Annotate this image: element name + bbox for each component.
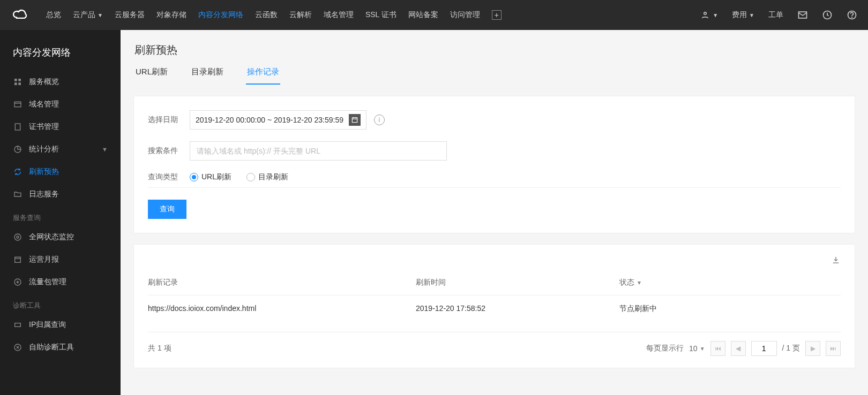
nav-dns[interactable]: 云解析: [289, 10, 312, 20]
pager-total: 共 1 项: [148, 344, 171, 353]
table-row: https://docs.ioiox.com/index.html 2019-1…: [148, 295, 841, 322]
th-time: 刷新时间: [416, 278, 619, 287]
nav-cos[interactable]: 对象存储: [156, 10, 186, 20]
date-value: 2019-12-20 00:00:00 ~ 2019-12-20 23:59:5…: [196, 116, 343, 124]
pager-total-pages: / 1 页: [782, 344, 800, 353]
svg-rect-9: [14, 102, 21, 107]
add-shortcut-button[interactable]: +: [492, 10, 502, 20]
cell-status: 节点刷新中: [619, 304, 841, 314]
clock-icon[interactable]: [822, 10, 833, 20]
sidebar-item-monitor[interactable]: 全网状态监控: [0, 226, 121, 248]
query-type-radio-group: URL刷新 目录刷新: [190, 172, 288, 182]
th-status-label: 状态: [619, 278, 634, 287]
nav-cam[interactable]: 访问管理: [450, 10, 480, 20]
account-menu[interactable]: ▼: [700, 10, 718, 20]
svg-point-13: [17, 236, 19, 238]
refresh-icon: [13, 167, 23, 177]
fee-menu[interactable]: 费用▼: [732, 10, 754, 20]
pager: 共 1 项 每页显示行 10 ▼ ⏮ ◀ / 1 页 ▶ ⏭: [148, 332, 841, 356]
wrench-icon: [13, 343, 23, 352]
query-button[interactable]: 查询: [148, 200, 186, 219]
grid-icon: [13, 77, 23, 87]
calendar-icon: [349, 114, 361, 126]
tab-url-refresh[interactable]: URL刷新: [134, 67, 169, 85]
page-size-select[interactable]: 10 ▼: [689, 344, 705, 353]
sidebar-title: 内容分发网络: [0, 41, 121, 71]
th-status[interactable]: 状态▾: [619, 278, 841, 287]
sidebar-item-overview[interactable]: 服务概览: [0, 71, 121, 93]
tab-dir-refresh[interactable]: 目录刷新: [190, 67, 225, 85]
nav-domain[interactable]: 域名管理: [324, 10, 354, 20]
info-icon[interactable]: i: [374, 115, 385, 125]
svg-rect-6: [18, 79, 21, 81]
divider: [148, 187, 841, 188]
sidebar-section-query: 服务查询: [0, 206, 121, 226]
ip-icon: [13, 320, 23, 330]
filter-icon: ▾: [638, 279, 641, 286]
nav-ssl[interactable]: SSL 证书: [365, 10, 396, 20]
svg-rect-18: [352, 118, 357, 123]
svg-rect-8: [18, 82, 21, 85]
nav-products[interactable]: 云产品▼: [73, 10, 103, 20]
sidebar-item-label: 统计分析: [29, 145, 59, 154]
top-right: ▼ 费用▼ 工单: [700, 10, 857, 20]
sidebar-item-log[interactable]: 日志服务: [0, 183, 121, 206]
svg-point-12: [14, 234, 21, 240]
nav-cdn[interactable]: 内容分发网络: [198, 10, 243, 20]
sidebar-item-stats[interactable]: 统计分析▼: [0, 138, 121, 161]
sidebar-item-label: 流量包管理: [29, 277, 66, 287]
svg-rect-14: [15, 257, 21, 262]
pager-current-input[interactable]: [751, 341, 777, 356]
svg-rect-7: [14, 82, 17, 85]
pager-first-button[interactable]: ⏮: [710, 341, 725, 356]
sidebar-item-label: 证书管理: [29, 122, 59, 132]
sidebar-item-label: 域名管理: [29, 100, 59, 109]
sidebar-item-ip[interactable]: IP归属查询: [0, 314, 121, 336]
sidebar-item-label: 全网状态监控: [29, 232, 74, 242]
sidebar-item-label: 服务概览: [29, 77, 59, 87]
nav-scf[interactable]: 云函数: [255, 10, 278, 20]
sidebar-item-report[interactable]: 运营月报: [0, 248, 121, 271]
sidebar: 内容分发网络 服务概览 域名管理 证书管理 统计分析▼ 刷新预热 日志服务 服务…: [0, 30, 121, 395]
sidebar-item-domain[interactable]: 域名管理: [0, 93, 121, 116]
search-input[interactable]: [190, 141, 447, 161]
date-range-picker[interactable]: 2019-12-20 00:00:00 ~ 2019-12-20 23:59:5…: [190, 110, 366, 130]
tab-history[interactable]: 操作记录: [246, 67, 280, 85]
nav-cvm[interactable]: 云服务器: [115, 10, 145, 20]
table-panel: 刷新记录 刷新时间 状态▾ https://docs.ioiox.com/ind…: [133, 244, 855, 368]
radio-url-refresh[interactable]: URL刷新: [190, 172, 231, 182]
sidebar-item-package[interactable]: 流量包管理: [0, 271, 121, 293]
ticket-link[interactable]: 工单: [768, 10, 783, 20]
page-title: 刷新预热: [133, 43, 868, 57]
top-nav: 总览 云产品▼ 云服务器 对象存储 内容分发网络 云函数 云解析 域名管理 SS…: [46, 10, 502, 20]
search-label: 搜索条件: [148, 146, 190, 156]
sidebar-section-diag: 诊断工具: [0, 293, 121, 314]
filter-panel: 选择日期 2019-12-20 00:00:00 ~ 2019-12-20 23…: [133, 96, 855, 233]
per-page-label: 每页显示行: [646, 344, 684, 353]
cell-record: https://docs.ioiox.com/index.html: [148, 304, 416, 314]
mail-icon[interactable]: [797, 10, 808, 20]
pager-last-button[interactable]: ⏭: [826, 341, 841, 356]
chevron-down-icon: ▼: [713, 12, 718, 18]
chevron-down-icon: ▼: [98, 12, 103, 18]
chevron-down-icon: ▼: [700, 346, 705, 352]
radio-dir-refresh[interactable]: 目录刷新: [246, 172, 288, 182]
sidebar-item-diag[interactable]: 自助诊断工具: [0, 336, 121, 359]
sidebar-item-refresh[interactable]: 刷新预热: [0, 161, 121, 183]
nav-overview[interactable]: 总览: [46, 10, 61, 20]
globe-icon: [13, 100, 23, 109]
pager-prev-button[interactable]: ◀: [731, 341, 746, 356]
monitor-icon: [13, 232, 23, 242]
cloud-logo[interactable]: [11, 5, 30, 25]
page-size-value: 10: [689, 344, 698, 353]
help-icon[interactable]: [847, 10, 857, 20]
chart-icon: [13, 145, 23, 154]
download-icon[interactable]: [831, 255, 841, 265]
radio-label: URL刷新: [201, 172, 231, 182]
th-record: 刷新记录: [148, 278, 416, 287]
nav-beian[interactable]: 网站备案: [408, 10, 438, 20]
sidebar-item-cert[interactable]: 证书管理: [0, 116, 121, 138]
user-icon: [700, 10, 710, 20]
fee-label: 费用: [732, 10, 747, 20]
pager-next-button[interactable]: ▶: [805, 341, 820, 356]
